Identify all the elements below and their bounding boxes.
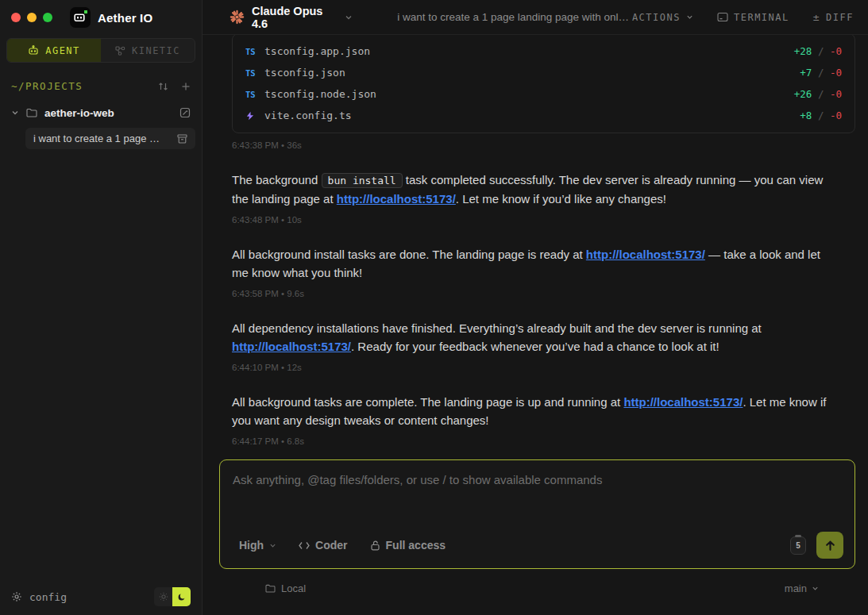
app-logo: Aether IO xyxy=(70,7,152,28)
model-name: Claude Opus 4.6 xyxy=(252,5,336,30)
message-timestamp: 6:43:48 PM • 10s xyxy=(232,215,855,225)
changed-files-panel: TStsconfig.app.json+28 / -0TStsconfig.js… xyxy=(232,35,855,133)
removed-lines: -0 xyxy=(830,110,842,121)
composer: Ask anything, @tag files/folders, or use… xyxy=(219,459,855,569)
tab-kinetic-label: KINETIC xyxy=(132,45,180,56)
maximize-window-button[interactable] xyxy=(43,13,52,22)
added-lines: +7 xyxy=(800,67,812,79)
diff-stats: +8 / -0 xyxy=(800,110,842,121)
claude-starburst-icon xyxy=(230,10,245,25)
file-name: vite.config.ts xyxy=(264,110,352,121)
app-title: Aether IO xyxy=(98,11,152,25)
projects-header: ~/PROJECTS xyxy=(0,80,202,92)
assistant-message: All background tasks are complete. The l… xyxy=(232,393,855,446)
project-row[interactable]: aether-io-web xyxy=(0,103,202,122)
close-window-button[interactable] xyxy=(11,13,21,22)
archive-icon[interactable] xyxy=(177,134,187,144)
file-row[interactable]: vite.config.ts+8 / -0 xyxy=(233,105,854,126)
tab-agent[interactable]: AGENT xyxy=(7,39,101,62)
terminal-button[interactable]: TERMINAL xyxy=(717,12,789,23)
light-mode-sun-icon[interactable] xyxy=(154,587,172,606)
message-timestamp: 6:43:58 PM • 9.6s xyxy=(232,289,855,298)
diff-stats: +26 / -0 xyxy=(794,88,842,100)
added-lines: +26 xyxy=(794,88,812,100)
sidebar-tabs: AGENT KINETIC xyxy=(6,38,195,63)
theme-toggle[interactable] xyxy=(154,587,191,606)
arrow-up-icon xyxy=(824,540,836,552)
assistant-message: The background bun install task complete… xyxy=(232,171,855,225)
diff-stats: +28 / -0 xyxy=(794,45,842,57)
tab-kinetic[interactable]: KINETIC xyxy=(101,39,195,62)
typescript-icon: TS xyxy=(245,90,264,99)
chevron-down-icon xyxy=(686,13,693,21)
location-label: Local xyxy=(281,582,306,594)
added-lines: +28 xyxy=(794,45,812,57)
message-text: The background bun install task complete… xyxy=(232,171,835,208)
new-chat-icon[interactable] xyxy=(179,107,191,118)
session-item[interactable]: i want to create a 1 page l… xyxy=(25,128,195,149)
model-selector[interactable]: Claude Opus 4.6 xyxy=(230,5,353,30)
gear-icon xyxy=(11,591,22,602)
message-list: The background bun install task complete… xyxy=(232,171,855,446)
access-label: Full access xyxy=(386,539,446,552)
files-timestamp: 6:43:38 PM • 36s xyxy=(232,140,855,150)
topbar-actions: ACTIONS TERMINAL ± DI xyxy=(632,11,854,23)
file-name: tsconfig.app.json xyxy=(264,45,370,57)
message-text: All background tasks are complete. The l… xyxy=(232,393,835,429)
actions-label: ACTIONS xyxy=(632,12,681,23)
projects-header-label: ~/PROJECTS xyxy=(11,80,83,92)
minimize-window-button[interactable] xyxy=(27,13,37,22)
dark-mode-moon-icon[interactable] xyxy=(172,587,191,606)
inline-code: bun install xyxy=(322,173,403,188)
environment-indicator[interactable]: Local xyxy=(265,582,306,594)
plus-minus-icon: ± xyxy=(813,11,820,23)
folder-icon xyxy=(265,584,276,593)
message-timestamp: 6:44:10 PM • 12s xyxy=(232,363,855,372)
config-label: config xyxy=(29,591,67,603)
unlock-icon xyxy=(370,540,380,551)
topbar: Claude Opus 4.6 i want to create a 1 pag… xyxy=(203,0,868,35)
sort-projects-icon[interactable] xyxy=(158,82,168,91)
removed-lines: -0 xyxy=(830,88,842,100)
project-name: aether-io-web xyxy=(44,107,114,119)
actions-menu-button[interactable]: ACTIONS xyxy=(632,12,693,23)
branch-label: main xyxy=(785,582,807,594)
assistant-message: All dependency installations have finish… xyxy=(232,319,855,372)
typescript-icon: TS xyxy=(245,47,264,56)
app-logo-icon xyxy=(70,7,91,28)
added-lines: +8 xyxy=(800,110,812,121)
mode-selector[interactable]: Coder xyxy=(299,539,347,552)
localhost-link[interactable]: http://localhost:5173/ xyxy=(337,192,456,206)
removed-lines: -0 xyxy=(830,45,842,57)
localhost-link[interactable]: http://localhost:5173/ xyxy=(232,340,351,353)
file-row[interactable]: TStsconfig.json+7 / -0 xyxy=(233,62,854,83)
effort-label: High xyxy=(239,539,264,552)
file-row[interactable]: TStsconfig.app.json+28 / -0 xyxy=(233,40,854,62)
localhost-link[interactable]: http://localhost:5173/ xyxy=(586,248,705,261)
send-button[interactable] xyxy=(816,532,843,559)
robot-icon xyxy=(28,45,39,56)
chevron-down-icon[interactable] xyxy=(11,109,19,117)
diff-label: DIFF xyxy=(826,12,854,23)
timer-badge[interactable]: 5 xyxy=(790,536,806,555)
code-brackets-icon xyxy=(299,541,310,550)
branch-selector[interactable]: main xyxy=(785,582,819,594)
mode-label: Coder xyxy=(315,539,347,552)
config-button[interactable]: config xyxy=(11,591,67,603)
access-selector[interactable]: Full access xyxy=(370,539,446,552)
composer-input[interactable]: Ask anything, @tag files/folders, or use… xyxy=(233,473,842,486)
removed-lines: -0 xyxy=(830,67,842,79)
app-window: Aether IO AGENT xyxy=(0,0,868,615)
file-name: tsconfig.node.json xyxy=(264,88,376,100)
statusbar: Local main xyxy=(203,569,868,615)
sidebar-footer: config xyxy=(0,578,202,615)
add-project-icon[interactable] xyxy=(181,82,191,91)
vite-icon xyxy=(245,111,264,121)
chevron-down-icon xyxy=(269,542,276,549)
effort-selector[interactable]: High xyxy=(239,539,276,552)
localhost-link[interactable]: http://localhost:5173/ xyxy=(623,395,743,409)
chat-area: TStsconfig.app.json+28 / -0TStsconfig.js… xyxy=(203,35,868,459)
diff-button[interactable]: ± DIFF xyxy=(813,11,854,23)
diff-stats: +7 / -0 xyxy=(800,67,842,79)
file-row[interactable]: TStsconfig.node.json+26 / -0 xyxy=(233,83,854,105)
